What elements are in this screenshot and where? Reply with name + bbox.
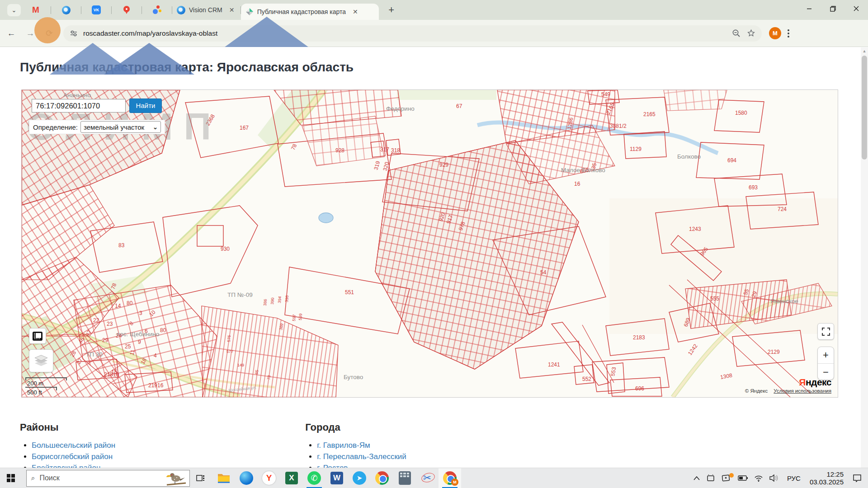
taskbar-snipping-tool[interactable]: ✂ (416, 468, 439, 488)
taskbar-file-explorer[interactable] (212, 468, 235, 488)
google-dots-icon (152, 5, 161, 14)
tray-volume[interactable] (766, 474, 783, 482)
restore-button[interactable] (821, 0, 844, 17)
pinned-tab-blue-app[interactable] (61, 5, 71, 14)
start-button[interactable] (0, 468, 22, 488)
map-label: 317 (380, 146, 389, 153)
scrollbar-thumb[interactable] (862, 56, 867, 160)
zoom-out-page-icon[interactable] (732, 29, 741, 38)
terms-link[interactable]: Условия использования (774, 388, 831, 394)
cadastral-map[interactable]: 1679289299305518378808054555549216521651… (21, 89, 838, 398)
scrollbar-up-arrow[interactable]: ▲ (861, 47, 868, 55)
web-page: Публичная кадастровая карта: Ярославская… (0, 47, 861, 468)
map-label: 83 (118, 242, 125, 249)
map-label: 2165 (643, 111, 656, 117)
city-link[interactable]: г. Переславль-Залесский (317, 452, 406, 461)
map-label: 54 (540, 269, 547, 276)
zoom-in-button[interactable]: + (818, 347, 834, 364)
map-label: 149 (237, 363, 244, 367)
object-type-select[interactable]: земельный участок ⌄ (80, 121, 161, 133)
map-scale: 200 m 500 ft (25, 377, 67, 396)
map-label: 167 (240, 125, 249, 131)
map-label: Яменское (770, 298, 798, 305)
map-label: 597 (292, 314, 297, 321)
vision-crm-favicon (177, 6, 185, 14)
map-label: 67 (456, 103, 462, 109)
close-window-button[interactable] (844, 0, 868, 17)
map-label: Бутово (344, 374, 363, 380)
map-label: 549 (601, 91, 610, 98)
chevron-up-icon (693, 476, 700, 480)
measure-tool-button[interactable] (29, 328, 46, 344)
pinned-tab-vk[interactable]: VK (92, 5, 101, 14)
pinned-tab-google-app[interactable] (152, 5, 161, 14)
vk-icon: VK (92, 5, 101, 14)
taskbar-clock[interactable]: 12:25 03.03.2025 (805, 470, 848, 486)
taskbar-chrome[interactable] (371, 468, 393, 488)
filter-label: Определение: (33, 123, 78, 131)
pinned-tab-gmail[interactable]: M (31, 5, 40, 14)
page-scrollbar[interactable]: ▲ (861, 47, 868, 468)
city-link[interactable]: г. Гаврилов-Ям (317, 441, 370, 450)
close-tab-icon[interactable]: ✕ (351, 8, 359, 16)
tab-cadastral-map[interactable]: Публичная кадастровая карта ✕ (241, 4, 379, 20)
chrome-icon (375, 471, 389, 485)
map-label: 16 (574, 181, 580, 187)
taskbar-search-box[interactable]: ⌕ Поиск (26, 470, 190, 487)
browser-profile-avatar[interactable]: M (769, 27, 781, 39)
layers-button[interactable] (29, 349, 53, 372)
minimize-button[interactable] (797, 0, 821, 17)
taskbar-telegram[interactable]: ➤ (348, 468, 371, 488)
map-label: 73 (266, 375, 272, 380)
tab-separator (111, 6, 112, 14)
site-settings-icon[interactable] (70, 29, 78, 38)
tray-network[interactable] (751, 475, 766, 482)
tab-separator (51, 6, 51, 14)
taskbar-whatsapp[interactable]: ✆ (303, 468, 326, 488)
selected-option: земельный участок (84, 123, 144, 131)
zoom-out-button[interactable]: − (818, 364, 834, 380)
taskbar-chrome-profile-active[interactable]: M (439, 468, 461, 488)
map-label: 2183 (633, 334, 645, 341)
url-text[interactable]: roscadaster.com/map/yaroslavskaya-oblast (83, 29, 217, 38)
find-button[interactable]: Найти (129, 99, 162, 113)
taskbar-calculator[interactable] (393, 468, 416, 488)
tray-expand-button[interactable] (690, 476, 703, 480)
browser-menu-icon[interactable] (788, 28, 789, 39)
chevron-down-icon: ⌄ (12, 7, 17, 14)
taskbar-yandex-browser[interactable]: Y (258, 468, 280, 488)
map-label: 696 (635, 385, 644, 392)
tray-battery[interactable] (735, 475, 751, 481)
reload-button[interactable]: ⟳ (42, 26, 57, 41)
task-view-button[interactable] (190, 468, 212, 488)
bookmark-star-icon[interactable] (747, 29, 755, 38)
action-center-button[interactable] (848, 474, 868, 482)
list-item: Большесельский район (32, 440, 115, 451)
map-label: 3 (139, 310, 142, 316)
list-item: г. Гаврилов-Ям (317, 440, 406, 451)
close-tab-icon[interactable]: ✕ (228, 6, 236, 14)
cities-heading: Города (305, 422, 406, 433)
district-link[interactable]: Борисоглебский район (32, 452, 113, 461)
pinned-tab-maps[interactable] (122, 5, 131, 14)
taskbar-word[interactable]: W (326, 468, 348, 488)
tray-display-rotate[interactable] (718, 474, 735, 482)
language-indicator[interactable]: РУС (783, 474, 805, 482)
word-icon: W (330, 472, 343, 484)
fullscreen-button[interactable] (817, 323, 834, 340)
forward-button[interactable]: → (23, 26, 38, 41)
tray-tablet-mode[interactable] (703, 474, 718, 482)
map-label: 693 (749, 184, 758, 191)
taskbar-edge[interactable] (235, 468, 258, 488)
map-label: Федорино (386, 105, 415, 112)
tab-search-button[interactable]: ⌄ (7, 4, 21, 16)
address-bar[interactable]: roscadaster.com/map/yaroslavskaya-oblast (63, 25, 762, 42)
map-label: 551 (345, 289, 354, 296)
back-button[interactable]: ← (4, 26, 19, 41)
tab-vision-crm[interactable]: Vision CRM ✕ (172, 2, 241, 18)
district-link[interactable]: Большесельский район (32, 441, 115, 450)
cadastral-number-input[interactable] (32, 99, 126, 113)
location-pin-icon (123, 6, 130, 14)
new-tab-button[interactable]: + (385, 4, 398, 16)
taskbar-excel[interactable]: X (280, 468, 303, 488)
